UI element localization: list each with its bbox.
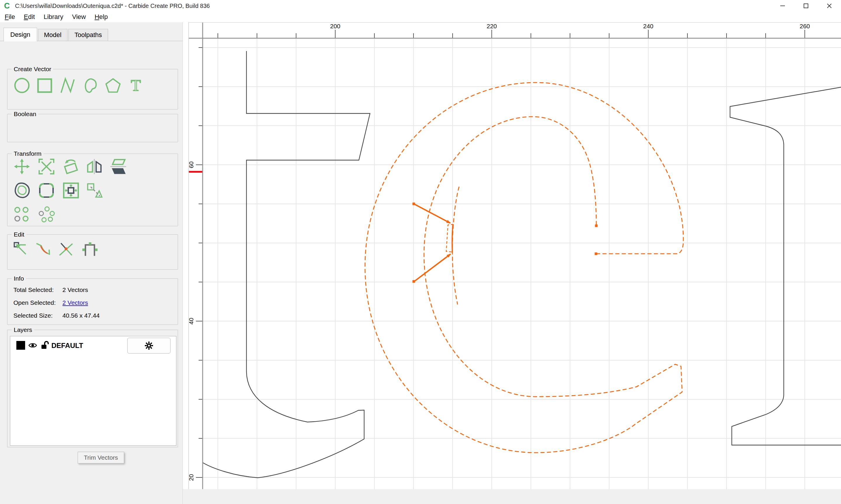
fillet-icon	[38, 182, 55, 199]
layer-unlocked-icon[interactable]	[40, 341, 49, 351]
layer-list[interactable]: DEFAULT	[10, 336, 176, 446]
join-vectors-button[interactable]	[82, 241, 98, 257]
scale-tool-button[interactable]	[38, 158, 55, 175]
menu-library[interactable]: Library	[44, 13, 63, 21]
canvas-background	[183, 22, 841, 489]
svg-text:200: 200	[330, 23, 340, 30]
layer-visibility-eye-icon[interactable]	[28, 341, 37, 351]
design-canvas[interactable]: 200220240260604020	[183, 22, 841, 504]
trim-vectors-button[interactable]	[58, 241, 74, 257]
svg-text:220: 220	[486, 23, 497, 30]
mirror-vertical-button[interactable]	[110, 158, 127, 175]
info-total-row: Total Selected: 2 Vectors	[14, 286, 88, 293]
mirror-horizontal-button[interactable]	[86, 158, 103, 175]
rotate-tool-button[interactable]	[63, 158, 80, 175]
node-edit-icon	[13, 241, 29, 257]
tab-model[interactable]: Model	[38, 29, 67, 41]
endpoint-node	[595, 253, 598, 255]
window-title: C:\Users\willa\Downloads\Outeniqua.c2d* …	[15, 3, 210, 9]
layers-group: Layers DEFAULT	[7, 329, 178, 447]
circle-tool-button[interactable]	[14, 77, 30, 94]
create-vector-group: Create Vector T	[7, 69, 178, 110]
gear-icon	[144, 341, 153, 350]
carbide-create-window: C C:\Users\willa\Downloads\Outeniqua.c2d…	[0, 0, 841, 504]
create-vector-title: Create Vector	[12, 66, 53, 73]
selected-size-label: Selected Size:	[14, 312, 61, 319]
offset-icon	[14, 182, 30, 199]
close-button[interactable]	[818, 0, 841, 12]
trim-vectors-tooltip: Trim Vectors	[78, 452, 124, 464]
pentagon-icon	[106, 79, 120, 92]
circular-array-button[interactable]	[38, 206, 55, 223]
maximize-button[interactable]	[794, 0, 818, 12]
endpoint-node	[595, 224, 598, 227]
mirror-vertical-icon	[110, 158, 127, 175]
polyline-icon	[61, 79, 74, 93]
circle-icon	[15, 78, 29, 92]
total-selected-value: 2 Vectors	[63, 286, 88, 293]
selected-size-value: 40.56 x 47.44	[63, 312, 100, 319]
boolean-title: Boolean	[12, 110, 38, 118]
edit-title: Edit	[12, 231, 26, 238]
trim-vectors-icon	[58, 241, 74, 257]
linear-array-button[interactable]	[14, 206, 30, 223]
move-tool-button[interactable]	[14, 158, 30, 175]
title-bar: C C:\Users\willa\Downloads\Outeniqua.c2d…	[0, 0, 841, 12]
menu-edit[interactable]: Edit	[24, 13, 35, 21]
info-group: Info Total Selected: 2 Vectors Open Sele…	[7, 278, 178, 325]
mirror-horizontal-icon	[86, 158, 103, 175]
polyline-tool-button[interactable]	[59, 77, 76, 94]
total-selected-label: Total Selected:	[14, 286, 61, 293]
open-selected-label: Open Selected:	[14, 299, 61, 306]
layer-settings-button[interactable]	[127, 338, 171, 354]
menu-view[interactable]: View	[72, 13, 86, 21]
open-selected-link[interactable]: 2 Vectors	[63, 299, 88, 306]
info-title: Info	[12, 275, 26, 282]
move-icon	[14, 158, 30, 175]
curve-edit-button[interactable]	[35, 241, 51, 257]
fillet-tool-button[interactable]	[38, 182, 55, 199]
menu-help[interactable]: Help	[95, 13, 108, 21]
polygon-tool-button[interactable]	[105, 77, 121, 94]
curve-edit-icon	[35, 241, 51, 257]
curve-tool-button[interactable]	[82, 77, 99, 94]
transform-title: Transform	[12, 150, 44, 157]
curve-icon	[85, 79, 96, 92]
endpoint-node	[413, 203, 415, 205]
info-open-row: Open Selected: 2 Vectors	[14, 299, 88, 306]
tab-design[interactable]: Design	[3, 28, 37, 41]
text-icon: T	[131, 76, 141, 93]
shrink-tool-button[interactable]	[63, 182, 80, 199]
tab-toolpaths[interactable]: Toolpaths	[68, 29, 108, 41]
trim-shape-button[interactable]	[86, 182, 103, 199]
rotate-icon	[63, 158, 80, 175]
layers-title: Layers	[12, 326, 34, 334]
text-tool-button[interactable]: T	[127, 76, 144, 93]
info-size-row: Selected Size: 40.56 x 47.44	[14, 312, 100, 319]
app-icon: C	[4, 0, 10, 12]
design-panel: Design Model Toolpaths Create Vector T	[0, 22, 183, 504]
rectangle-icon	[38, 79, 51, 92]
shrink-icon	[63, 182, 80, 199]
endpoint-node	[413, 280, 415, 283]
layer-name: DEFAULT	[51, 342, 83, 350]
offset-tool-button[interactable]	[14, 182, 30, 199]
svg-text:240: 240	[643, 23, 653, 30]
join-vectors-icon	[82, 241, 98, 257]
ruler-red-marker	[189, 171, 202, 173]
linear-array-icon	[14, 206, 30, 223]
node-edit-button[interactable]	[13, 241, 29, 257]
boolean-group: Boolean	[7, 114, 178, 142]
scale-icon	[38, 158, 55, 175]
menu-bar: File Edit Library View Help	[0, 12, 841, 23]
menu-file[interactable]: File	[5, 13, 15, 21]
trim-shape-icon	[86, 182, 103, 199]
circular-array-icon	[38, 206, 55, 223]
canvas-bottom-strip	[183, 489, 841, 504]
minimize-button[interactable]	[771, 0, 794, 12]
svg-text:260: 260	[800, 23, 810, 30]
rectangle-tool-button[interactable]	[36, 77, 53, 94]
transform-group: Transform	[7, 154, 178, 226]
edit-group: Edit	[7, 234, 178, 270]
layer-color-swatch[interactable]	[16, 341, 25, 350]
